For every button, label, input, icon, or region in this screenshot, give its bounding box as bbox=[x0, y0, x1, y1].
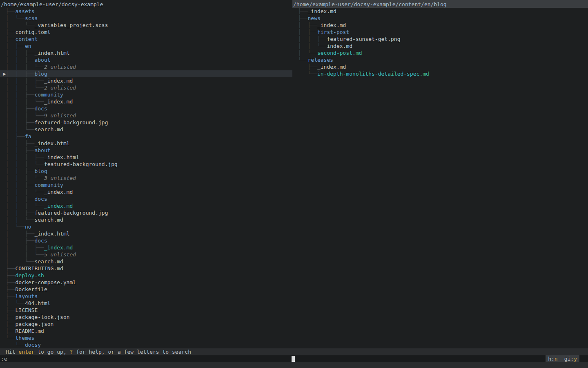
tree-row[interactable]: │ │ ├──about bbox=[0, 56, 292, 63]
tree-row[interactable]: │ │ └──index.md bbox=[292, 43, 588, 49]
tree-row[interactable]: ├──_index.md bbox=[292, 63, 588, 70]
tree-branch-lines: │ ├── bbox=[6, 133, 25, 139]
tree-row[interactable]: │ │ ├──_index.html bbox=[0, 49, 292, 56]
tree-row[interactable]: │ └──scss bbox=[0, 15, 292, 22]
tree-branch-lines: │ │ │ └── bbox=[6, 175, 44, 181]
tree-branch-lines: │ │ ├── bbox=[6, 92, 34, 98]
tree-row[interactable]: ├──package.json bbox=[0, 321, 292, 328]
tree-row[interactable]: │ │ │ └──2 unlisted bbox=[0, 63, 292, 70]
unlisted-count: 3 unlisted bbox=[44, 175, 76, 181]
tree-row[interactable]: │ ├──fa bbox=[0, 133, 292, 140]
tree-branch-lines: │ │ └── bbox=[6, 217, 34, 223]
left-tree: ├──assets│ └──scss│ └──_variables_projec… bbox=[0, 8, 292, 348]
tree-row[interactable]: │ ├──_index.html bbox=[0, 230, 292, 237]
tree-row[interactable]: ├──package-lock.json bbox=[0, 314, 292, 321]
tree-row[interactable]: │ │ ├──blog bbox=[0, 168, 292, 175]
unlisted-count: 2 unlisted bbox=[44, 85, 76, 91]
tree-row[interactable]: ├──content bbox=[0, 36, 292, 43]
tree-row[interactable]: │ │ ├──about bbox=[0, 147, 292, 154]
tree-branch-lines: │ │ ├── bbox=[6, 147, 34, 153]
file-name: _index.html bbox=[44, 154, 79, 160]
tree-row[interactable]: │ │ ├──community bbox=[0, 182, 292, 188]
tree-row[interactable]: │ └──second-post.md bbox=[292, 49, 588, 56]
tree-row[interactable]: │ │ └──5 unlisted bbox=[0, 251, 292, 258]
tree-row[interactable]: ├──assets bbox=[0, 8, 292, 15]
tree-row[interactable]: └──docsy bbox=[0, 341, 292, 348]
left-tree-panel: /home/example-user/docsy-example ├──asse… bbox=[0, 0, 292, 348]
tree-row[interactable]: │ │ │ └──3 unlisted bbox=[0, 175, 292, 182]
tree-row[interactable]: │ │ │ └──9 unlisted bbox=[0, 112, 292, 119]
tree-branch-lines: │ └── bbox=[298, 50, 317, 56]
tree-row[interactable]: ├──docker-compose.yaml bbox=[0, 279, 292, 286]
tree-branch-lines: │ ├── bbox=[6, 43, 25, 49]
tree-branch-lines: └── bbox=[6, 342, 25, 348]
tree-row[interactable]: ▶│ │ ├──blog bbox=[0, 70, 292, 77]
tree-branch-lines: │ │ └── bbox=[298, 43, 327, 49]
tree-row[interactable]: │ │ │ └──featured-background.jpg bbox=[0, 161, 292, 168]
directory-name: community bbox=[34, 92, 63, 98]
tree-row[interactable]: ├──Dockerfile bbox=[0, 286, 292, 293]
file-name: _index.md bbox=[317, 64, 346, 70]
tree-row[interactable]: ├──deploy.sh bbox=[0, 272, 292, 279]
tree-branch-lines: │ └── bbox=[6, 258, 34, 265]
tree-row[interactable]: │ └──_variables_project.scss bbox=[0, 22, 292, 29]
right-tree: ├──_index.md├──news│ ├──_index.md│ ├──fi… bbox=[292, 8, 588, 77]
directory-name: docs bbox=[34, 238, 47, 244]
tree-row[interactable]: │ │ ├──community bbox=[0, 91, 292, 98]
tree-row[interactable]: │ │ │ ├──_index.md bbox=[0, 77, 292, 84]
tree-row[interactable]: ├──LICENSE bbox=[0, 307, 292, 314]
directory-name: content bbox=[15, 36, 38, 42]
file-name: _index.md bbox=[317, 22, 346, 28]
tree-row[interactable]: │ ├──first-post bbox=[292, 29, 588, 36]
tree-row[interactable]: │ ├──en bbox=[0, 43, 292, 49]
tree-row[interactable]: ├──README.md bbox=[0, 328, 292, 334]
tree-row[interactable]: │ │ ├──_index.html bbox=[0, 140, 292, 147]
file-name: CONTRIBUTING.md bbox=[15, 265, 63, 272]
tree-row[interactable]: │ └──search.md bbox=[0, 258, 292, 265]
tree-row[interactable]: │ │ ├──docs bbox=[0, 105, 292, 112]
tree-row[interactable]: ├──layouts bbox=[0, 293, 292, 300]
tree-row[interactable]: ├──CONTRIBUTING.md bbox=[0, 265, 292, 272]
tree-row[interactable]: ├──config.toml bbox=[0, 29, 292, 36]
tree-row[interactable]: │ │ └──search.md bbox=[0, 216, 292, 223]
tree-row[interactable]: └──themes bbox=[0, 334, 292, 341]
status-key-hint: enter bbox=[18, 349, 34, 355]
tree-row[interactable]: │ │ ├──featured-background.jpg bbox=[0, 209, 292, 216]
file-name: search.md bbox=[34, 126, 63, 132]
tree-row[interactable]: ├──news bbox=[292, 15, 588, 22]
command-input-value[interactable]: :e bbox=[1, 355, 7, 362]
tree-branch-lines: ├── bbox=[6, 286, 15, 292]
tree-branch-lines: ├── bbox=[298, 64, 317, 70]
directory-name: blog bbox=[34, 168, 47, 174]
directory-name: docsy bbox=[25, 342, 41, 348]
tree-branch-lines: ├── bbox=[6, 265, 15, 272]
tree-row[interactable]: │ │ ├──featured-background.jpg bbox=[0, 119, 292, 126]
tree-row[interactable]: │ ├──docs bbox=[0, 237, 292, 244]
tree-branch-lines: ├── bbox=[6, 36, 15, 42]
tree-row[interactable]: │ └──no bbox=[0, 223, 292, 230]
directory-name: docs bbox=[34, 105, 47, 112]
file-name: featured-background.jpg bbox=[44, 161, 118, 167]
unlisted-count: 9 unlisted bbox=[44, 112, 76, 119]
tree-row[interactable]: │ │ │ └──2 unlisted bbox=[0, 84, 292, 91]
tree-branch-lines: │ │ ├── bbox=[6, 57, 34, 63]
file-name: _variables_project.scss bbox=[34, 22, 108, 28]
tree-row[interactable]: │ │ │ └──_index.md bbox=[0, 202, 292, 209]
tree-row[interactable]: │ └──404.html bbox=[0, 300, 292, 307]
tree-row[interactable]: │ │ ├──_index.md bbox=[0, 244, 292, 251]
tree-branch-lines: ├── bbox=[6, 293, 15, 299]
tree-row[interactable]: └──releases bbox=[292, 56, 588, 63]
tree-row[interactable]: │ │ │ └──_index.md bbox=[0, 188, 292, 195]
tree-row[interactable]: ├──_index.md bbox=[292, 8, 588, 15]
command-input-row[interactable]: :e h:ngi:y bbox=[0, 355, 588, 362]
tree-row[interactable]: │ │ │ ├──_index.html bbox=[0, 154, 292, 161]
tree-row[interactable]: └──in-depth-monoliths-detailed-spec.md bbox=[292, 70, 588, 77]
tree-row[interactable]: │ ├──_index.md bbox=[292, 22, 588, 29]
tree-branch-lines: └── bbox=[298, 57, 307, 63]
tree-row[interactable]: │ │ ├──featured-sunset-get.png bbox=[292, 36, 588, 43]
file-name: _index.md bbox=[44, 203, 73, 209]
tree-branch-lines: │ │ └── bbox=[6, 126, 34, 132]
tree-row[interactable]: │ │ ├──docs bbox=[0, 195, 292, 202]
tree-row[interactable]: │ │ └──search.md bbox=[0, 126, 292, 133]
tree-row[interactable]: │ │ │ └──_index.md bbox=[0, 98, 292, 105]
